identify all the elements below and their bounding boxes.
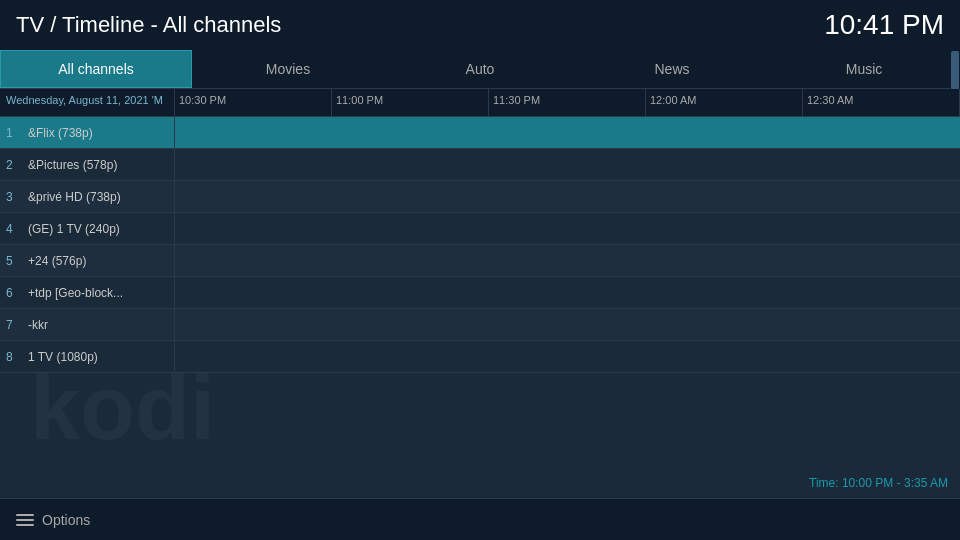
channel-number: 6	[6, 286, 22, 300]
date-label: Wednesday, August 11, 2021 'M	[0, 89, 175, 116]
channel-info: 2 &Pictures (578p)	[0, 149, 175, 180]
channel-row[interactable]: 7 -kkr	[0, 309, 960, 341]
channel-row[interactable]: 3 &privé HD (738p)	[0, 181, 960, 213]
channel-info: 3 &privé HD (738p)	[0, 181, 175, 212]
channel-timeline	[175, 309, 960, 340]
channel-info: 5 +24 (576p)	[0, 245, 175, 276]
channel-row[interactable]: 5 +24 (576p)	[0, 245, 960, 277]
options-button[interactable]: Options	[16, 512, 90, 528]
tab-music[interactable]: Music	[768, 50, 960, 88]
channel-name: +24 (576p)	[28, 254, 86, 268]
current-time: 10:41 PM	[824, 9, 944, 41]
channel-row[interactable]: 4 (GE) 1 TV (240p)	[0, 213, 960, 245]
bottom-bar: Options	[0, 498, 960, 540]
category-tabs: All channels Movies Auto News Music	[0, 50, 960, 89]
channel-number: 1	[6, 126, 22, 140]
channel-info: 4 (GE) 1 TV (240p)	[0, 213, 175, 244]
hamburger-line	[16, 524, 34, 526]
channel-timeline	[175, 181, 960, 212]
channel-info: 6 +tdp [Geo-block...	[0, 277, 175, 308]
channel-name: (GE) 1 TV (240p)	[28, 222, 120, 236]
channel-list: 1 &Flix (738p) 2 &Pictures (578p) 3 &pri…	[0, 117, 960, 373]
time-status-label: Time:	[809, 476, 839, 490]
hamburger-line	[16, 514, 34, 516]
app-header: TV / Timeline - All channels 10:41 PM	[0, 0, 960, 50]
channel-name: +tdp [Geo-block...	[28, 286, 123, 300]
channel-timeline	[175, 245, 960, 276]
channel-timeline	[175, 341, 960, 372]
channel-info: 7 -kkr	[0, 309, 175, 340]
time-slot-3: 11:30 PM	[489, 89, 646, 116]
time-header-row: Wednesday, August 11, 2021 'M 10:30 PM 1…	[0, 89, 960, 117]
channel-row[interactable]: 2 &Pictures (578p)	[0, 149, 960, 181]
channel-row[interactable]: 1 &Flix (738p)	[0, 117, 960, 149]
channel-name: &privé HD (738p)	[28, 190, 121, 204]
scrollbar-thumb[interactable]	[951, 51, 959, 91]
time-slot-4: 12:00 AM	[646, 89, 803, 116]
channel-number: 7	[6, 318, 22, 332]
channel-name: &Flix (738p)	[28, 126, 93, 140]
channel-name: &Pictures (578p)	[28, 158, 117, 172]
channel-info: 1 &Flix (738p)	[0, 117, 175, 148]
channel-timeline	[175, 149, 960, 180]
channel-number: 3	[6, 190, 22, 204]
time-slots: 10:30 PM 11:00 PM 11:30 PM 12:00 AM 12:3…	[175, 89, 960, 116]
time-slot-5: 12:30 AM	[803, 89, 960, 116]
channel-number: 5	[6, 254, 22, 268]
timeline-area: Wednesday, August 11, 2021 'M 10:30 PM 1…	[0, 89, 960, 373]
time-status: Time: 10:00 PM - 3:35 AM	[809, 476, 948, 490]
tab-auto[interactable]: Auto	[384, 50, 576, 88]
tab-news[interactable]: News	[576, 50, 768, 88]
channel-timeline	[175, 117, 960, 148]
channel-info: 8 1 TV (1080p)	[0, 341, 175, 372]
channel-timeline	[175, 277, 960, 308]
channel-name: 1 TV (1080p)	[28, 350, 98, 364]
hamburger-line	[16, 519, 34, 521]
page-title: TV / Timeline - All channels	[16, 12, 281, 38]
channel-row[interactable]: 6 +tdp [Geo-block...	[0, 277, 960, 309]
channel-timeline	[175, 213, 960, 244]
time-status-value: 10:00 PM - 3:35 AM	[842, 476, 948, 490]
time-slot-2: 11:00 PM	[332, 89, 489, 116]
hamburger-icon	[16, 514, 34, 526]
channel-number: 4	[6, 222, 22, 236]
channel-number: 2	[6, 158, 22, 172]
tab-movies[interactable]: Movies	[192, 50, 384, 88]
tab-all-channels[interactable]: All channels	[0, 50, 192, 88]
options-label: Options	[42, 512, 90, 528]
channel-name: -kkr	[28, 318, 48, 332]
time-slot-1: 10:30 PM	[175, 89, 332, 116]
channel-row[interactable]: 8 1 TV (1080p)	[0, 341, 960, 373]
channel-number: 8	[6, 350, 22, 364]
